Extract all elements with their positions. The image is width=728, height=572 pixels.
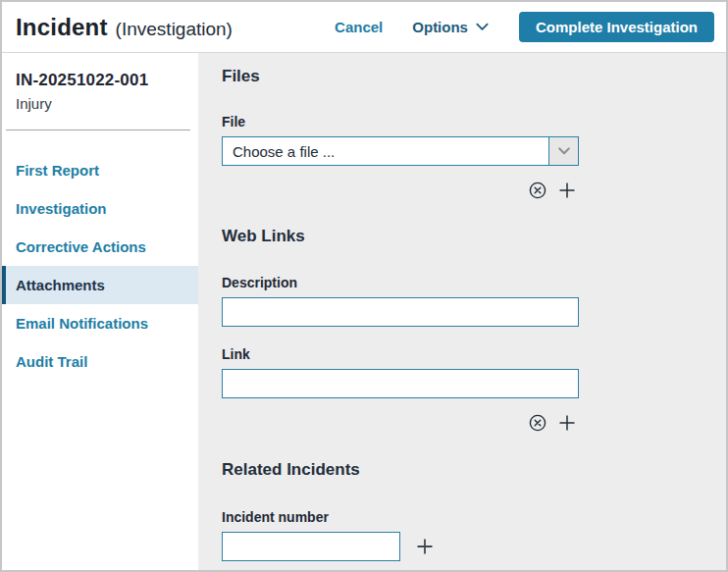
body: IN-20251022-001 Injury First Report Inve… — [2, 53, 726, 570]
description-input[interactable] — [222, 297, 579, 327]
sidebar-nav: First Report Investigation Corrective Ac… — [2, 151, 198, 381]
remove-file-icon[interactable] — [528, 181, 547, 200]
title-wrap: Incident (Investigation) — [16, 14, 233, 41]
record-type: Injury — [16, 95, 184, 112]
attachments-panel: Files File Choose a file ... Web Links D… — [198, 53, 726, 570]
web-link-actions-row — [222, 413, 579, 433]
header: Incident (Investigation) Cancel Options … — [2, 2, 726, 53]
incident-window: Incident (Investigation) Cancel Options … — [0, 0, 728, 572]
web-links-section-heading: Web Links — [222, 226, 726, 247]
options-menu-button[interactable]: Options — [412, 19, 490, 35]
options-label: Options — [412, 19, 468, 35]
description-field-label: Description — [222, 274, 726, 291]
sidebar-item-attachments[interactable]: Attachments — [2, 266, 198, 304]
record-id: IN-20251022-001 — [16, 71, 184, 90]
sidebar: IN-20251022-001 Injury First Report Inve… — [2, 53, 198, 570]
header-actions: Cancel Options Complete Investigation — [335, 12, 714, 42]
complete-investigation-button[interactable]: Complete Investigation — [519, 12, 714, 42]
file-chooser-text: Choose a file ... — [223, 137, 548, 165]
related-incidents-section-heading: Related Incidents — [222, 459, 726, 481]
add-web-link-icon[interactable] — [557, 413, 577, 433]
sidebar-item-corrective-actions[interactable]: Corrective Actions — [2, 228, 198, 266]
file-field-label: File — [222, 113, 726, 130]
cancel-link[interactable]: Cancel — [335, 19, 383, 35]
sidebar-divider — [6, 130, 190, 130]
page-title: Incident — [16, 14, 108, 41]
page-subtitle: (Investigation) — [116, 19, 233, 40]
files-section-heading: Files — [222, 66, 726, 87]
chevron-down-icon — [557, 144, 571, 158]
chevron-down-icon — [475, 20, 490, 34]
incident-number-field-label: Incident number — [222, 508, 726, 526]
file-dropdown-button[interactable] — [548, 137, 578, 165]
link-input[interactable] — [222, 369, 579, 398]
link-field-label: Link — [222, 345, 726, 363]
remove-web-link-icon[interactable] — [528, 413, 547, 433]
file-chooser[interactable]: Choose a file ... — [222, 136, 579, 166]
sidebar-item-investigation[interactable]: Investigation — [2, 189, 198, 228]
sidebar-item-first-report[interactable]: First Report — [2, 151, 198, 189]
file-actions-row — [222, 181, 579, 200]
sidebar-item-audit-trail[interactable]: Audit Trail — [2, 342, 198, 381]
incident-number-row — [222, 532, 726, 561]
incident-number-input[interactable] — [222, 532, 400, 561]
add-related-incident-icon[interactable] — [415, 537, 435, 556]
add-file-icon[interactable] — [557, 181, 577, 200]
sidebar-item-email-notifications[interactable]: Email Notifications — [2, 304, 198, 342]
record-summary: IN-20251022-001 Injury — [2, 71, 198, 112]
